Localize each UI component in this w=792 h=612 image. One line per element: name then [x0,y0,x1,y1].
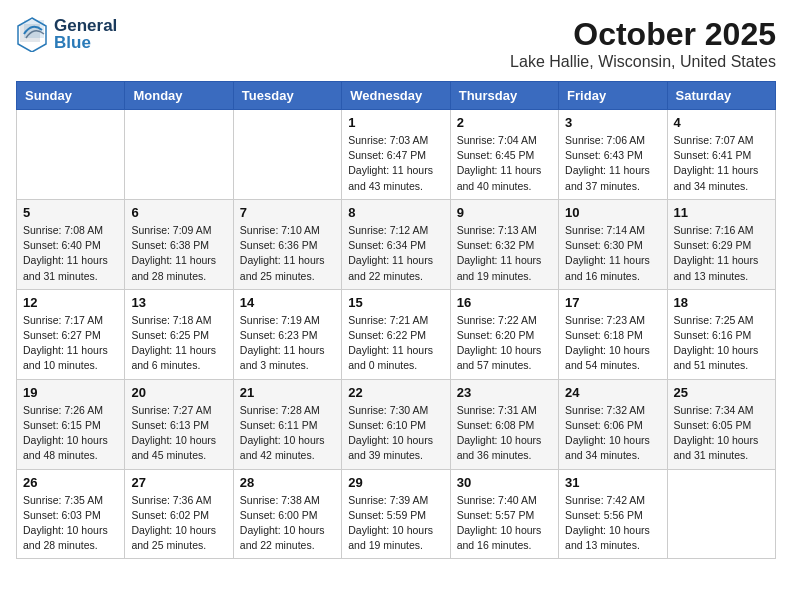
calendar-cell: 31Sunrise: 7:42 AM Sunset: 5:56 PM Dayli… [559,469,667,559]
day-number: 1 [348,115,443,130]
day-number: 22 [348,385,443,400]
day-info: Sunrise: 7:32 AM Sunset: 6:06 PM Dayligh… [565,403,660,464]
calendar-cell: 2Sunrise: 7:04 AM Sunset: 6:45 PM Daylig… [450,110,558,200]
day-number: 5 [23,205,118,220]
calendar-cell: 28Sunrise: 7:38 AM Sunset: 6:00 PM Dayli… [233,469,341,559]
day-number: 29 [348,475,443,490]
day-number: 10 [565,205,660,220]
calendar-cell: 29Sunrise: 7:39 AM Sunset: 5:59 PM Dayli… [342,469,450,559]
calendar-cell: 25Sunrise: 7:34 AM Sunset: 6:05 PM Dayli… [667,379,775,469]
day-info: Sunrise: 7:17 AM Sunset: 6:27 PM Dayligh… [23,313,118,374]
calendar-weekday-thursday: Thursday [450,82,558,110]
day-info: Sunrise: 7:14 AM Sunset: 6:30 PM Dayligh… [565,223,660,284]
day-number: 19 [23,385,118,400]
day-number: 2 [457,115,552,130]
page-header: General Blue October 2025 Lake Hallie, W… [16,16,776,71]
calendar-weekday-saturday: Saturday [667,82,775,110]
calendar-week-row: 12Sunrise: 7:17 AM Sunset: 6:27 PM Dayli… [17,289,776,379]
day-number: 24 [565,385,660,400]
title-block: October 2025 Lake Hallie, Wisconsin, Uni… [510,16,776,71]
calendar-weekday-friday: Friday [559,82,667,110]
day-number: 12 [23,295,118,310]
calendar-cell [233,110,341,200]
calendar-cell [667,469,775,559]
calendar-cell: 26Sunrise: 7:35 AM Sunset: 6:03 PM Dayli… [17,469,125,559]
calendar-cell: 3Sunrise: 7:06 AM Sunset: 6:43 PM Daylig… [559,110,667,200]
day-info: Sunrise: 7:26 AM Sunset: 6:15 PM Dayligh… [23,403,118,464]
calendar-weekday-tuesday: Tuesday [233,82,341,110]
day-number: 17 [565,295,660,310]
logo-text: General Blue [54,17,117,51]
day-info: Sunrise: 7:16 AM Sunset: 6:29 PM Dayligh… [674,223,769,284]
day-info: Sunrise: 7:21 AM Sunset: 6:22 PM Dayligh… [348,313,443,374]
day-info: Sunrise: 7:27 AM Sunset: 6:13 PM Dayligh… [131,403,226,464]
day-info: Sunrise: 7:06 AM Sunset: 6:43 PM Dayligh… [565,133,660,194]
day-info: Sunrise: 7:10 AM Sunset: 6:36 PM Dayligh… [240,223,335,284]
calendar-cell: 30Sunrise: 7:40 AM Sunset: 5:57 PM Dayli… [450,469,558,559]
day-info: Sunrise: 7:30 AM Sunset: 6:10 PM Dayligh… [348,403,443,464]
calendar-cell: 17Sunrise: 7:23 AM Sunset: 6:18 PM Dayli… [559,289,667,379]
day-info: Sunrise: 7:19 AM Sunset: 6:23 PM Dayligh… [240,313,335,374]
day-number: 31 [565,475,660,490]
calendar-weekday-wednesday: Wednesday [342,82,450,110]
logo-blue-text: Blue [54,34,117,51]
calendar-cell: 7Sunrise: 7:10 AM Sunset: 6:36 PM Daylig… [233,199,341,289]
day-number: 7 [240,205,335,220]
calendar-cell: 9Sunrise: 7:13 AM Sunset: 6:32 PM Daylig… [450,199,558,289]
calendar-cell: 6Sunrise: 7:09 AM Sunset: 6:38 PM Daylig… [125,199,233,289]
day-number: 18 [674,295,769,310]
day-info: Sunrise: 7:28 AM Sunset: 6:11 PM Dayligh… [240,403,335,464]
day-info: Sunrise: 7:42 AM Sunset: 5:56 PM Dayligh… [565,493,660,554]
calendar-cell: 16Sunrise: 7:22 AM Sunset: 6:20 PM Dayli… [450,289,558,379]
calendar-week-row: 19Sunrise: 7:26 AM Sunset: 6:15 PM Dayli… [17,379,776,469]
logo-icon [16,16,48,52]
day-number: 3 [565,115,660,130]
calendar-cell: 19Sunrise: 7:26 AM Sunset: 6:15 PM Dayli… [17,379,125,469]
day-info: Sunrise: 7:31 AM Sunset: 6:08 PM Dayligh… [457,403,552,464]
day-number: 21 [240,385,335,400]
day-info: Sunrise: 7:18 AM Sunset: 6:25 PM Dayligh… [131,313,226,374]
calendar-cell: 8Sunrise: 7:12 AM Sunset: 6:34 PM Daylig… [342,199,450,289]
calendar-cell: 21Sunrise: 7:28 AM Sunset: 6:11 PM Dayli… [233,379,341,469]
day-number: 4 [674,115,769,130]
day-number: 9 [457,205,552,220]
calendar-week-row: 5Sunrise: 7:08 AM Sunset: 6:40 PM Daylig… [17,199,776,289]
day-info: Sunrise: 7:12 AM Sunset: 6:34 PM Dayligh… [348,223,443,284]
calendar-table: SundayMondayTuesdayWednesdayThursdayFrid… [16,81,776,559]
calendar-week-row: 1Sunrise: 7:03 AM Sunset: 6:47 PM Daylig… [17,110,776,200]
calendar-cell: 1Sunrise: 7:03 AM Sunset: 6:47 PM Daylig… [342,110,450,200]
day-number: 26 [23,475,118,490]
day-info: Sunrise: 7:04 AM Sunset: 6:45 PM Dayligh… [457,133,552,194]
day-number: 15 [348,295,443,310]
day-info: Sunrise: 7:08 AM Sunset: 6:40 PM Dayligh… [23,223,118,284]
day-number: 16 [457,295,552,310]
day-info: Sunrise: 7:13 AM Sunset: 6:32 PM Dayligh… [457,223,552,284]
day-number: 23 [457,385,552,400]
day-info: Sunrise: 7:22 AM Sunset: 6:20 PM Dayligh… [457,313,552,374]
day-info: Sunrise: 7:36 AM Sunset: 6:02 PM Dayligh… [131,493,226,554]
calendar-cell: 14Sunrise: 7:19 AM Sunset: 6:23 PM Dayli… [233,289,341,379]
calendar-cell: 4Sunrise: 7:07 AM Sunset: 6:41 PM Daylig… [667,110,775,200]
day-info: Sunrise: 7:39 AM Sunset: 5:59 PM Dayligh… [348,493,443,554]
calendar-cell: 20Sunrise: 7:27 AM Sunset: 6:13 PM Dayli… [125,379,233,469]
location-text: Lake Hallie, Wisconsin, United States [510,53,776,71]
day-number: 6 [131,205,226,220]
month-title: October 2025 [510,16,776,53]
day-number: 28 [240,475,335,490]
calendar-cell: 11Sunrise: 7:16 AM Sunset: 6:29 PM Dayli… [667,199,775,289]
calendar-cell: 18Sunrise: 7:25 AM Sunset: 6:16 PM Dayli… [667,289,775,379]
logo-general-text: General [54,17,117,34]
calendar-cell: 22Sunrise: 7:30 AM Sunset: 6:10 PM Dayli… [342,379,450,469]
day-info: Sunrise: 7:25 AM Sunset: 6:16 PM Dayligh… [674,313,769,374]
day-info: Sunrise: 7:38 AM Sunset: 6:00 PM Dayligh… [240,493,335,554]
logo: General Blue [16,16,117,52]
day-info: Sunrise: 7:40 AM Sunset: 5:57 PM Dayligh… [457,493,552,554]
day-number: 14 [240,295,335,310]
calendar-header-row: SundayMondayTuesdayWednesdayThursdayFrid… [17,82,776,110]
calendar-cell: 15Sunrise: 7:21 AM Sunset: 6:22 PM Dayli… [342,289,450,379]
day-number: 8 [348,205,443,220]
calendar-weekday-monday: Monday [125,82,233,110]
day-number: 25 [674,385,769,400]
calendar-cell [17,110,125,200]
day-number: 13 [131,295,226,310]
